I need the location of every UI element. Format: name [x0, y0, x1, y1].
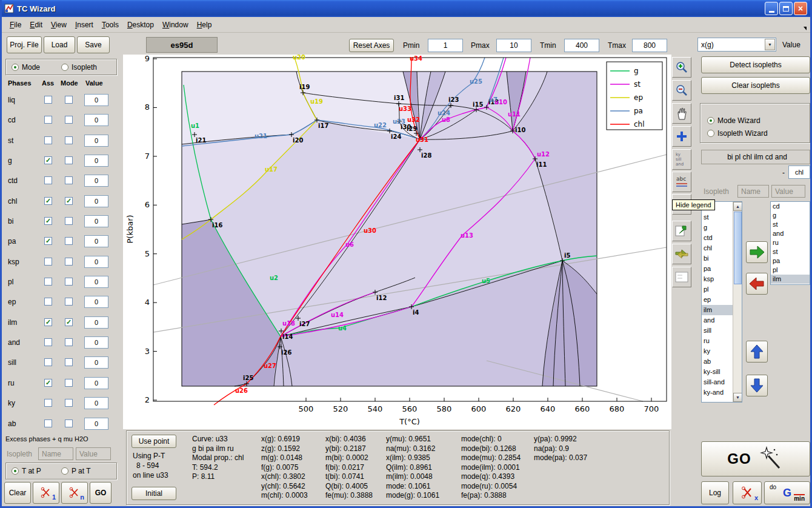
scroll-up-icon[interactable]: ▲ [733, 202, 742, 211]
pan-button[interactable] [672, 103, 691, 124]
menu-edit[interactable]: Edit [25, 19, 47, 31]
ass-checkbox-ksp[interactable] [44, 258, 52, 266]
value-field-ilm[interactable]: 0 [84, 316, 108, 329]
cut-1-button[interactable]: 1 [33, 482, 59, 504]
swap-arrows-button[interactable] [672, 244, 691, 264]
t-at-p-radio[interactable]: T at P [12, 467, 41, 475]
mode-checkbox-st[interactable] [65, 136, 73, 144]
phase-list-item-sill[interactable]: sill [702, 326, 733, 336]
value-field-ab[interactable]: 0 [84, 418, 108, 430]
detect-isopleths-button[interactable]: Detect isopleths [701, 56, 810, 73]
menu-file[interactable]: File [5, 19, 25, 31]
value-field-and[interactable]: 0 [84, 336, 108, 349]
isopleth-radio[interactable]: Isopleth [61, 63, 97, 72]
value-field-liq[interactable]: 0 [84, 94, 108, 106]
export-figure-button[interactable] [672, 221, 691, 241]
result-list-item-and[interactable]: and [771, 229, 810, 238]
pt-diagram[interactable]: 5005205405605806006206406606807009876543… [123, 55, 671, 429]
ass-checkbox-st[interactable] [44, 136, 52, 144]
result-list-item-ru[interactable]: ru [771, 238, 810, 247]
result-list-item-st[interactable]: st [771, 247, 810, 256]
log-button[interactable]: Log [701, 481, 729, 504]
zoom-in-button[interactable] [672, 57, 691, 78]
isopleth-radio-circle[interactable] [61, 64, 68, 71]
maximize-button[interactable] [779, 2, 793, 15]
mode-checkbox-pl[interactable] [65, 278, 73, 286]
isopleth-wizard-circle[interactable] [707, 130, 714, 137]
value-field-pa[interactable]: 0 [84, 235, 108, 247]
phase-list-item-chl[interactable]: chl [702, 243, 733, 253]
value-field-bi[interactable]: 0 [84, 215, 108, 227]
move-up-button[interactable] [746, 341, 768, 363]
result-list-item-cd[interactable]: cd [771, 202, 810, 211]
scroll-down-icon[interactable]: ▼ [733, 393, 742, 402]
value-field-st[interactable]: 0 [84, 135, 108, 147]
clear-button[interactable]: Clear [4, 482, 31, 504]
menu-desktop[interactable]: Desktop [123, 19, 158, 31]
pmin-field[interactable]: 1 [428, 39, 463, 52]
mode-checkbox-pa[interactable] [65, 237, 73, 245]
do-g-min-button[interactable]: do G min [764, 481, 810, 504]
use-point-button[interactable]: Use point [131, 435, 176, 448]
ass-checkbox-cd[interactable] [44, 116, 52, 124]
ass-checkbox-ru[interactable]: ✓ [44, 379, 52, 387]
mode-radio-circle[interactable] [12, 64, 19, 71]
ass-checkbox-liq[interactable] [44, 96, 52, 104]
mode-checkbox-ru[interactable] [65, 379, 73, 387]
close-button[interactable]: × [794, 2, 807, 15]
value-field-ru[interactable]: 0 [84, 377, 108, 389]
phase-list-item-pa[interactable]: pa [702, 264, 733, 274]
p-at-t-radio[interactable]: P at T [61, 467, 91, 475]
phase-list-item-ky-and[interactable]: ky-and [702, 387, 733, 398]
cut-n-button[interactable]: n [61, 482, 88, 504]
go-button[interactable]: GO [701, 441, 810, 476]
ass-checkbox-pl[interactable] [44, 278, 52, 286]
tmax-field[interactable]: 800 [632, 39, 667, 52]
phase-list-item-ksp[interactable]: ksp [702, 274, 733, 284]
value-field-pl[interactable]: 0 [84, 276, 108, 288]
result-listbox[interactable]: cdgstandrustpaplilm [770, 201, 810, 285]
minimize-button[interactable] [765, 2, 778, 15]
menu-window[interactable]: Window [158, 19, 193, 31]
go-small-button[interactable]: GO [90, 482, 111, 504]
move-right-button[interactable] [746, 241, 768, 263]
p-at-t-circle[interactable] [61, 467, 68, 475]
value-field-ksp[interactable]: 0 [84, 256, 108, 268]
mode-checkbox-ksp[interactable] [65, 258, 73, 266]
mode-checkbox-sill[interactable] [65, 358, 73, 366]
phase-list-item-ru[interactable]: ru [702, 336, 733, 346]
mode-radio[interactable]: Mode [12, 63, 40, 72]
value-field-chl[interactable]: 0 [84, 195, 108, 207]
ass-checkbox-pa[interactable]: ✓ [44, 237, 52, 245]
pmax-field[interactable]: 10 [496, 39, 531, 52]
move-down-button[interactable] [746, 375, 768, 396]
phase-list-item-ab[interactable]: ab [702, 356, 733, 367]
phase-list-item-ky[interactable]: ky [702, 346, 733, 356]
menu-view[interactable]: View [47, 19, 71, 31]
phase-list-item-ctd[interactable]: ctd [702, 233, 733, 243]
add-curve-button[interactable] [672, 126, 691, 147]
proj-file-button[interactable]: Proj. File [7, 36, 42, 53]
menu-help[interactable]: Help [193, 19, 216, 31]
plot-legend[interactable]: gsteppachl [607, 62, 662, 130]
result-list-item-g[interactable]: g [771, 211, 810, 220]
value-field-g[interactable]: 0 [84, 155, 108, 167]
phase-list-item-ilm[interactable]: ilm [702, 305, 733, 315]
value-field-ky[interactable]: 0 [84, 397, 108, 409]
ass-checkbox-ctd[interactable] [44, 176, 52, 184]
mode-checkbox-and[interactable] [65, 338, 73, 346]
phase-listbox[interactable]: cdstgctdchlbipakspplepilmandsillrukyabky… [701, 201, 742, 403]
ass-checkbox-ep[interactable] [44, 298, 52, 306]
abc-labels-button[interactable]: abc [672, 172, 691, 192]
value-field-cd[interactable]: 0 [84, 114, 108, 126]
mode-checkbox-ctd[interactable] [65, 176, 73, 184]
phase-list-item-ep[interactable]: ep [702, 295, 733, 305]
mode-checkbox-ky[interactable] [65, 399, 73, 407]
phase-list-item-g[interactable]: g [702, 222, 733, 233]
ass-checkbox-and[interactable] [44, 338, 52, 346]
menu-tools[interactable]: Tools [98, 19, 123, 31]
phase-list-item-st[interactable]: st [702, 212, 733, 222]
value-field-ctd[interactable]: 0 [84, 175, 108, 187]
result-list-item-st[interactable]: st [771, 220, 810, 229]
phase-list-item-sill-and[interactable]: sill-and [702, 377, 733, 387]
